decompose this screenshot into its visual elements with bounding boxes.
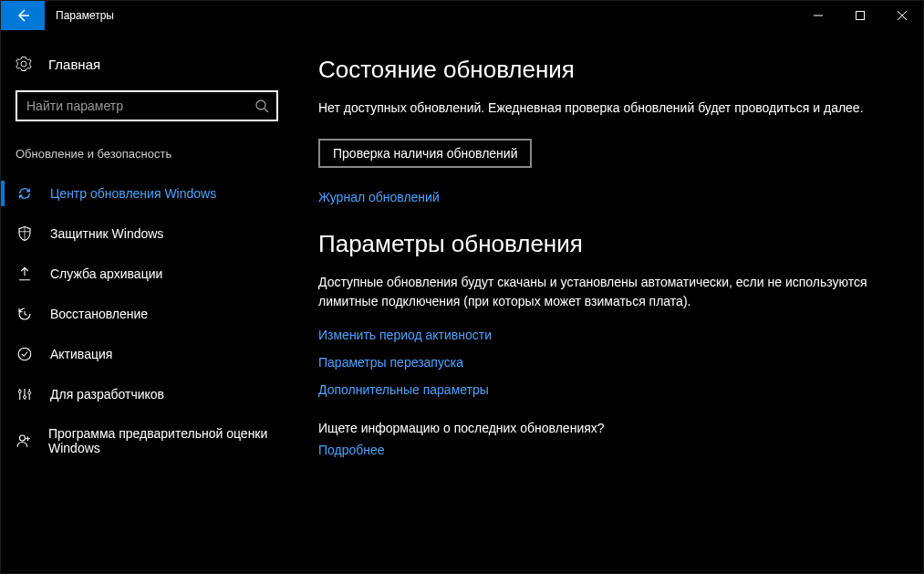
svg-point-1 <box>256 100 265 110</box>
maximize-icon <box>856 11 865 20</box>
arrow-left-icon <box>16 8 30 23</box>
gear-icon <box>16 56 32 72</box>
sidebar-item-defender[interactable]: Защитник Windows <box>1 214 293 254</box>
window-controls <box>797 1 923 30</box>
history-icon <box>16 306 34 322</box>
sidebar-section-header: Обновление и безопасность <box>1 140 293 173</box>
status-heading: Состояние обновления <box>318 56 898 84</box>
close-button[interactable] <box>881 1 923 30</box>
info-question: Ищете информацию о последних обновлениях… <box>318 421 898 435</box>
sliders-icon <box>16 386 34 402</box>
person-plus-icon <box>16 433 32 449</box>
maximize-button[interactable] <box>839 1 881 30</box>
status-text: Нет доступных обновлений. Ежедневная про… <box>318 100 898 115</box>
restart-options-link[interactable]: Параметры перезапуска <box>318 355 898 370</box>
sidebar-item-label: Защитник Windows <box>50 226 163 241</box>
back-button[interactable] <box>1 1 45 30</box>
home-nav[interactable]: Главная <box>1 48 293 79</box>
svg-rect-0 <box>857 12 865 20</box>
sidebar-item-developers[interactable]: Для разработчиков <box>1 374 293 414</box>
svg-point-4 <box>24 396 26 399</box>
update-history-link[interactable]: Журнал обновлений <box>318 190 898 204</box>
active-hours-link[interactable]: Изменить период активности <box>318 328 898 342</box>
settings-description: Доступные обновления будут скачаны и уст… <box>318 273 898 311</box>
advanced-options-link[interactable]: Дополнительные параметры <box>318 382 898 397</box>
settings-heading: Параметры обновления <box>318 230 898 258</box>
svg-point-5 <box>28 391 31 394</box>
sidebar-item-label: Служба архивации <box>50 266 162 281</box>
home-label: Главная <box>48 57 100 72</box>
main-content: Состояние обновления Нет доступных обнов… <box>293 30 923 573</box>
search-input[interactable] <box>26 99 254 113</box>
sidebar-item-label: Активация <box>50 347 112 361</box>
sidebar-item-label: Восстановление <box>50 307 148 321</box>
sidebar-item-activation[interactable]: Активация <box>1 334 293 374</box>
sidebar-item-backup[interactable]: Служба архивации <box>1 254 293 294</box>
svg-point-6 <box>20 435 26 441</box>
sidebar-item-insider[interactable]: Программа предварительной оценки Windows <box>1 414 293 467</box>
shield-icon <box>16 225 34 242</box>
titlebar: Параметры <box>1 1 923 30</box>
search-icon <box>254 99 269 113</box>
upload-icon <box>16 266 34 282</box>
window-title: Параметры <box>56 9 114 22</box>
check-updates-button[interactable]: Проверка наличия обновлений <box>318 139 532 168</box>
search-box[interactable] <box>16 90 278 121</box>
sidebar-item-label: Центр обновления Windows <box>50 186 216 201</box>
minimize-button[interactable] <box>797 1 839 30</box>
sidebar-item-label: Программа предварительной оценки Windows <box>48 426 278 455</box>
close-icon <box>898 11 907 20</box>
svg-point-3 <box>18 391 21 393</box>
sync-icon <box>16 185 34 202</box>
check-circle-icon <box>16 346 34 362</box>
learn-more-link[interactable]: Подробнее <box>318 443 898 457</box>
sidebar-item-label: Для разработчиков <box>50 387 164 402</box>
minimize-icon <box>814 11 823 20</box>
sidebar: Главная Обновление и безопасность Центр … <box>1 30 293 573</box>
sidebar-item-windows-update[interactable]: Центр обновления Windows <box>1 173 293 214</box>
sidebar-item-recovery[interactable]: Восстановление <box>1 294 293 334</box>
svg-point-2 <box>18 348 31 360</box>
